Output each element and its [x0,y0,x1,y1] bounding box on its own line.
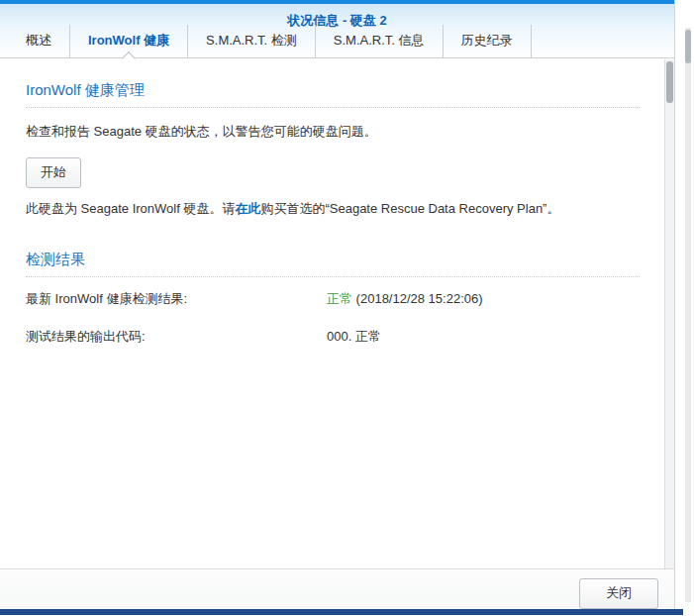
dialog-footer: 关闭 [0,568,674,609]
status-timestamp: (2018/12/28 15:22:06) [352,291,483,306]
promo-text-after: 购买首选的“Seagate Rescue Data Recovery Plan”… [260,201,559,216]
output-code-value: 000. 正常 [327,328,381,346]
rescue-plan-promo: 此硬盘为 Seagate IronWolf 硬盘。请在此购买首选的“Seagat… [26,200,640,219]
latest-result-value: 正常 (2018/12/28 15:22:06) [327,290,483,308]
screen: 状况信息 - 硬盘 2 概述 IronWolf 健康 S.M.A.R.T. 检测… [0,0,694,616]
tab-bar: 概述 IronWolf 健康 S.M.A.R.T. 检测 S.M.A.R.T. … [0,25,674,58]
disk-status-dialog: 状况信息 - 硬盘 2 概述 IronWolf 健康 S.M.A.R.T. 检测… [0,0,675,615]
health-management-heading: IronWolf 健康管理 [26,81,640,108]
page-scrollbar[interactable] [685,28,691,602]
result-row-output-code: 测试结果的输出代码: 000. 正常 [26,328,640,346]
test-results-heading: 检测结果 [26,251,640,277]
dialog-header: 状况信息 - 硬盘 2 概述 IronWolf 健康 S.M.A.R.T. 检测… [0,4,674,58]
buy-here-link[interactable]: 在此 [235,201,260,216]
dialog-scrollbar[interactable] [664,59,674,568]
status-ok-text: 正常 [327,291,352,306]
output-code-label: 测试结果的输出代码: [26,328,327,346]
tab-smart-info[interactable]: S.M.A.R.T. 信息 [316,25,444,57]
tab-ironwolf-health[interactable]: IronWolf 健康 [70,25,188,57]
tab-overview[interactable]: 概述 [8,25,70,57]
promo-text-before: 此硬盘为 Seagate IronWolf 硬盘。请 [26,201,235,216]
tab-content-ironwolf-health: IronWolf 健康管理 检查和报告 Seagate 硬盘的状态，以警告您可能… [0,59,665,568]
latest-result-label: 最新 IronWolf 健康检测结果: [26,290,327,308]
close-button[interactable]: 关闭 [579,578,658,609]
tab-smart-test[interactable]: S.M.A.R.T. 检测 [188,25,316,57]
page-scrollbar-thumb[interactable] [685,30,691,63]
start-button[interactable]: 开始 [26,157,81,188]
health-management-description: 检查和报告 Seagate 硬盘的状态，以警告您可能的硬盘问题。 [26,123,640,142]
result-row-latest-test: 最新 IronWolf 健康检测结果: 正常 (2018/12/28 15:22… [26,290,640,308]
tab-history[interactable]: 历史纪录 [444,25,532,57]
dialog-bottom-border [0,609,683,615]
dialog-scrollbar-thumb[interactable] [666,61,673,103]
